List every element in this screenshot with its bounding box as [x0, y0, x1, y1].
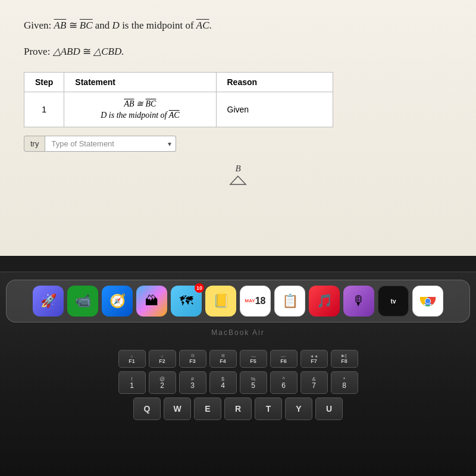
d-letter: D: [112, 20, 120, 31]
col-reason: Reason: [216, 73, 333, 92]
reason-cell: Given: [216, 92, 333, 127]
key-percent-5[interactable]: %5: [240, 371, 267, 394]
ab-stmt: AB: [124, 99, 134, 108]
col-step: Step: [24, 73, 64, 92]
key-u[interactable]: U: [315, 397, 343, 420]
dock-bar: 🚀 📹 🧭 🏔 10 🗺 📒 MAY 18 📋: [6, 280, 470, 322]
key-y[interactable]: Y: [285, 397, 312, 420]
dock-facetime[interactable]: 📹: [67, 286, 98, 317]
try-button[interactable]: try: [24, 136, 45, 152]
svg-marker-0: [230, 176, 246, 184]
screen-area: Given: AB ≅ BC and D is the midpoint of …: [0, 0, 476, 256]
ac-stmt: AC: [169, 111, 180, 120]
triangle-cbd: △CBD.: [93, 46, 124, 57]
dock-photos[interactable]: 🏔: [136, 286, 167, 317]
period: .: [209, 20, 212, 31]
step-number: 1: [24, 92, 64, 127]
bc-overline: BC: [80, 20, 93, 31]
prove-symbol: ≅: [83, 46, 93, 57]
num-key-row: !1 @2 #3 $4 %5 ^6 &7 *8: [6, 371, 470, 394]
key-star-8[interactable]: *8: [331, 371, 358, 394]
key-f7[interactable]: ◄◄F7: [300, 350, 328, 368]
col-statement: Statement: [64, 73, 216, 92]
try-row: try Type of Statement: [24, 136, 452, 152]
key-hash-3[interactable]: #3: [179, 371, 206, 394]
dock-maps[interactable]: 10 🗺: [171, 286, 202, 317]
key-f1[interactable]: ☼F1: [118, 350, 146, 368]
key-dollar-4[interactable]: $4: [209, 371, 237, 394]
key-f4[interactable]: ⊞F4: [209, 350, 237, 368]
key-e[interactable]: E: [194, 397, 221, 420]
keyboard-area: ☼F1 ☼F2 ⊟F3 ⊞F4 ·—F5 —·F6 ◄◄F7 ▶||F8 !1 …: [0, 342, 476, 424]
key-f6[interactable]: —·F6: [270, 350, 298, 368]
key-q[interactable]: Q: [133, 397, 161, 420]
proof-table: Step Statement Reason 1 AB ≅ BC D is the…: [24, 72, 333, 127]
midpoint-stmt: is the midpoint of: [109, 111, 169, 120]
table-row: 1 AB ≅ BC D is the midpoint of AC Given: [24, 92, 333, 127]
maps-badge: 10: [195, 283, 204, 293]
prove-line: Prove: △ABD ≅ △CBD.: [24, 44, 452, 60]
and-text: and: [95, 20, 112, 31]
key-amp-7[interactable]: &7: [300, 371, 328, 394]
dock-calendar[interactable]: MAY 18: [240, 286, 271, 317]
key-r[interactable]: R: [224, 397, 252, 420]
dock-chrome[interactable]: [412, 286, 443, 317]
given-line: Given: AB ≅ BC and D is the midpoint of …: [24, 18, 452, 33]
dock-appletv[interactable]: tv: [378, 286, 409, 317]
statement-cell: AB ≅ BC D is the midpoint of AC: [64, 92, 216, 127]
key-exclaim-1[interactable]: !1: [118, 371, 146, 394]
key-f8[interactable]: ▶||F8: [331, 350, 358, 368]
statement-line2: D is the midpoint of AC: [75, 111, 205, 120]
point-b-label: B: [24, 164, 452, 174]
dock-notes[interactable]: 📒: [205, 286, 236, 317]
congruent-symbol: ≅: [69, 20, 80, 31]
key-caret-6[interactable]: ^6: [270, 371, 298, 394]
key-w[interactable]: W: [164, 397, 191, 420]
macbook-label: MacBook Air: [211, 328, 264, 337]
bc-stmt: BC: [146, 99, 156, 108]
key-f5[interactable]: ·—F5: [240, 350, 267, 368]
type-select-wrapper: Type of Statement: [45, 136, 176, 152]
dock-reminders[interactable]: 📋: [274, 286, 305, 317]
dock-music[interactable]: 🎵: [309, 286, 340, 317]
dock-podcasts[interactable]: 🎙: [343, 286, 374, 317]
letter-key-row: Q W E R T Y U: [6, 397, 470, 420]
midpoint-text: is the midpoint of: [122, 20, 196, 31]
screen-bezel-bottom: [0, 256, 476, 273]
cong-stmt: ≅: [136, 99, 146, 108]
prove-eq: △ABD ≅ △CBD.: [53, 46, 124, 57]
chrome-icon: [419, 292, 437, 310]
triangle-abd: △ABD: [53, 46, 80, 57]
ab-overline: AB: [54, 20, 67, 31]
prove-label: Prove:: [24, 46, 50, 57]
given-label: Given:: [24, 20, 51, 31]
laptop-body: 🚀 📹 🧭 🏔 10 🗺 📒 MAY 18 📋: [0, 256, 476, 476]
given-eq: AB ≅ BC and D is the midpoint of AC.: [54, 20, 212, 31]
triangle-svg: [229, 175, 247, 186]
key-t[interactable]: T: [255, 397, 282, 420]
dock-launchpad[interactable]: 🚀: [33, 286, 64, 317]
triangle-diagram: [24, 175, 452, 186]
svg-point-4: [425, 299, 430, 303]
key-at-2[interactable]: @2: [149, 371, 176, 394]
key-f3[interactable]: ⊟F3: [179, 350, 206, 368]
type-select[interactable]: Type of Statement: [45, 136, 176, 152]
dock-safari[interactable]: 🧭: [102, 286, 133, 317]
statement-line1: AB ≅ BC: [75, 99, 205, 109]
key-f2[interactable]: ☼F2: [149, 350, 176, 368]
d-stmt: D: [101, 111, 107, 120]
fn-key-row: ☼F1 ☼F2 ⊟F3 ⊞F4 ·—F5 —·F6 ◄◄F7 ▶||F8: [6, 350, 470, 368]
ac-overline: AC: [196, 20, 209, 31]
